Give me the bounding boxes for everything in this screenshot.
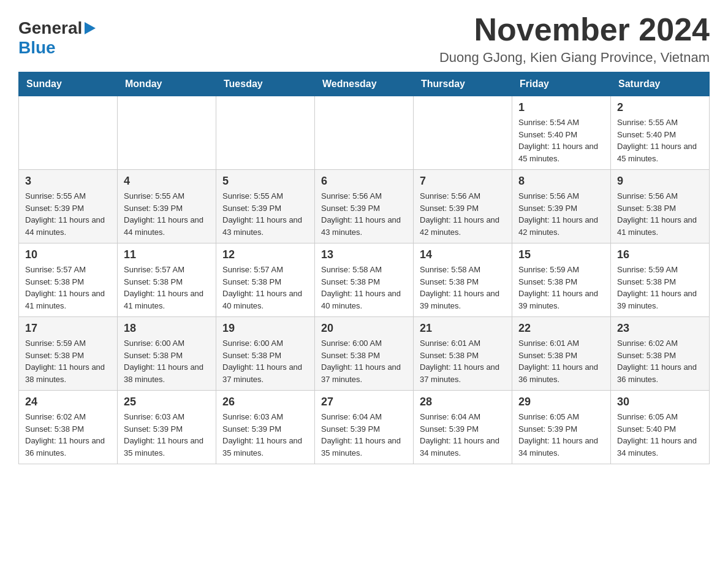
calendar-cell: 19Sunrise: 6:00 AMSunset: 5:38 PMDayligh… bbox=[216, 317, 315, 391]
day-info: Sunrise: 5:56 AMSunset: 5:38 PMDaylight:… bbox=[617, 190, 703, 238]
day-info: Sunrise: 6:00 AMSunset: 5:38 PMDaylight:… bbox=[124, 337, 210, 385]
day-number: 1 bbox=[518, 101, 604, 114]
calendar-cell bbox=[216, 96, 315, 170]
day-number: 5 bbox=[222, 175, 308, 188]
day-info: Sunrise: 5:58 AMSunset: 5:38 PMDaylight:… bbox=[321, 264, 407, 312]
calendar-cell: 3Sunrise: 5:55 AMSunset: 5:39 PMDaylight… bbox=[19, 170, 118, 243]
day-info: Sunrise: 5:57 AMSunset: 5:38 PMDaylight:… bbox=[25, 264, 111, 312]
weekday-header-tuesday: Tuesday bbox=[216, 72, 315, 96]
day-number: 26 bbox=[222, 396, 308, 408]
day-info: Sunrise: 5:59 AMSunset: 5:38 PMDaylight:… bbox=[518, 264, 604, 312]
day-info: Sunrise: 6:03 AMSunset: 5:39 PMDaylight:… bbox=[222, 411, 308, 459]
logo-arrow-icon bbox=[85, 22, 96, 37]
calendar-cell: 6Sunrise: 5:56 AMSunset: 5:39 PMDaylight… bbox=[315, 170, 414, 243]
calendar-cell: 7Sunrise: 5:56 AMSunset: 5:39 PMDaylight… bbox=[414, 170, 512, 243]
day-number: 17 bbox=[25, 322, 111, 335]
calendar-cell: 21Sunrise: 6:01 AMSunset: 5:38 PMDayligh… bbox=[414, 317, 512, 391]
calendar-table: SundayMondayTuesdayWednesdayThursdayFrid… bbox=[18, 72, 710, 464]
day-info: Sunrise: 5:58 AMSunset: 5:38 PMDaylight:… bbox=[420, 264, 506, 312]
day-number: 14 bbox=[420, 248, 506, 261]
day-number: 24 bbox=[25, 396, 111, 408]
calendar-cell: 14Sunrise: 5:58 AMSunset: 5:38 PMDayligh… bbox=[414, 243, 512, 317]
day-number: 8 bbox=[518, 175, 604, 188]
day-info: Sunrise: 5:56 AMSunset: 5:39 PMDaylight:… bbox=[518, 190, 604, 238]
calendar-cell: 10Sunrise: 5:57 AMSunset: 5:38 PMDayligh… bbox=[19, 243, 118, 317]
day-number: 18 bbox=[124, 322, 210, 335]
day-number: 29 bbox=[518, 396, 604, 408]
weekday-header-wednesday: Wednesday bbox=[315, 72, 414, 96]
day-info: Sunrise: 5:57 AMSunset: 5:38 PMDaylight:… bbox=[124, 264, 210, 312]
calendar-cell bbox=[414, 96, 512, 170]
calendar-cell: 13Sunrise: 5:58 AMSunset: 5:38 PMDayligh… bbox=[315, 243, 414, 317]
day-info: Sunrise: 6:02 AMSunset: 5:38 PMDaylight:… bbox=[617, 337, 703, 385]
calendar-week-row: 24Sunrise: 6:02 AMSunset: 5:38 PMDayligh… bbox=[19, 391, 710, 464]
day-info: Sunrise: 5:56 AMSunset: 5:39 PMDaylight:… bbox=[321, 190, 407, 238]
calendar-cell: 22Sunrise: 6:01 AMSunset: 5:38 PMDayligh… bbox=[512, 317, 611, 391]
svg-marker-0 bbox=[85, 22, 96, 34]
month-title: November 2024 bbox=[439, 12, 710, 47]
day-info: Sunrise: 6:01 AMSunset: 5:38 PMDaylight:… bbox=[420, 337, 506, 385]
day-info: Sunrise: 5:55 AMSunset: 5:39 PMDaylight:… bbox=[25, 190, 111, 238]
calendar-cell: 18Sunrise: 6:00 AMSunset: 5:38 PMDayligh… bbox=[118, 317, 216, 391]
calendar-cell: 9Sunrise: 5:56 AMSunset: 5:38 PMDaylight… bbox=[611, 170, 710, 243]
calendar-week-row: 3Sunrise: 5:55 AMSunset: 5:39 PMDaylight… bbox=[19, 170, 710, 243]
day-number: 7 bbox=[420, 175, 506, 188]
day-number: 2 bbox=[617, 101, 703, 114]
calendar-cell: 23Sunrise: 6:02 AMSunset: 5:38 PMDayligh… bbox=[611, 317, 710, 391]
calendar-week-row: 1Sunrise: 5:54 AMSunset: 5:40 PMDaylight… bbox=[19, 96, 710, 170]
calendar-week-row: 10Sunrise: 5:57 AMSunset: 5:38 PMDayligh… bbox=[19, 243, 710, 317]
calendar-cell: 29Sunrise: 6:05 AMSunset: 5:39 PMDayligh… bbox=[512, 391, 611, 464]
calendar-cell: 24Sunrise: 6:02 AMSunset: 5:38 PMDayligh… bbox=[19, 391, 118, 464]
location-title: Duong GJong, Kien Giang Province, Vietna… bbox=[439, 50, 710, 66]
day-info: Sunrise: 6:01 AMSunset: 5:38 PMDaylight:… bbox=[518, 337, 604, 385]
calendar-cell: 12Sunrise: 5:57 AMSunset: 5:38 PMDayligh… bbox=[216, 243, 315, 317]
day-number: 6 bbox=[321, 175, 407, 188]
day-info: Sunrise: 6:02 AMSunset: 5:38 PMDaylight:… bbox=[25, 411, 111, 459]
calendar-cell: 25Sunrise: 6:03 AMSunset: 5:39 PMDayligh… bbox=[118, 391, 216, 464]
day-info: Sunrise: 5:56 AMSunset: 5:39 PMDaylight:… bbox=[420, 190, 506, 238]
day-number: 23 bbox=[617, 322, 703, 335]
day-info: Sunrise: 6:05 AMSunset: 5:39 PMDaylight:… bbox=[518, 411, 604, 459]
day-info: Sunrise: 5:55 AMSunset: 5:39 PMDaylight:… bbox=[222, 190, 308, 238]
day-info: Sunrise: 6:04 AMSunset: 5:39 PMDaylight:… bbox=[321, 411, 407, 459]
day-number: 15 bbox=[518, 248, 604, 261]
day-info: Sunrise: 6:05 AMSunset: 5:40 PMDaylight:… bbox=[617, 411, 703, 459]
weekday-header-thursday: Thursday bbox=[414, 72, 512, 96]
day-number: 25 bbox=[124, 396, 210, 408]
day-info: Sunrise: 6:04 AMSunset: 5:39 PMDaylight:… bbox=[420, 411, 506, 459]
day-number: 27 bbox=[321, 396, 407, 408]
calendar-cell: 16Sunrise: 5:59 AMSunset: 5:38 PMDayligh… bbox=[611, 243, 710, 317]
weekday-header-friday: Friday bbox=[512, 72, 611, 96]
logo-blue-text: Blue bbox=[18, 38, 56, 58]
weekday-header-saturday: Saturday bbox=[611, 72, 710, 96]
weekday-header-sunday: Sunday bbox=[19, 72, 118, 96]
day-info: Sunrise: 5:55 AMSunset: 5:39 PMDaylight:… bbox=[124, 190, 210, 238]
calendar-cell: 15Sunrise: 5:59 AMSunset: 5:38 PMDayligh… bbox=[512, 243, 611, 317]
calendar-cell: 17Sunrise: 5:59 AMSunset: 5:38 PMDayligh… bbox=[19, 317, 118, 391]
day-info: Sunrise: 5:59 AMSunset: 5:38 PMDaylight:… bbox=[617, 264, 703, 312]
weekday-header-monday: Monday bbox=[118, 72, 216, 96]
calendar-cell: 11Sunrise: 5:57 AMSunset: 5:38 PMDayligh… bbox=[118, 243, 216, 317]
day-number: 12 bbox=[222, 248, 308, 261]
calendar-cell bbox=[118, 96, 216, 170]
day-number: 3 bbox=[25, 175, 111, 188]
logo-general-text: General bbox=[18, 18, 82, 38]
day-info: Sunrise: 5:57 AMSunset: 5:38 PMDaylight:… bbox=[222, 264, 308, 312]
calendar-cell: 26Sunrise: 6:03 AMSunset: 5:39 PMDayligh… bbox=[216, 391, 315, 464]
title-section: November 2024 Duong GJong, Kien Giang Pr… bbox=[439, 12, 710, 66]
logo: General Blue bbox=[18, 18, 96, 58]
day-number: 28 bbox=[420, 396, 506, 408]
day-info: Sunrise: 5:55 AMSunset: 5:40 PMDaylight:… bbox=[617, 117, 703, 164]
calendar-cell: 4Sunrise: 5:55 AMSunset: 5:39 PMDaylight… bbox=[118, 170, 216, 243]
day-number: 10 bbox=[25, 248, 111, 261]
day-number: 9 bbox=[617, 175, 703, 188]
day-number: 13 bbox=[321, 248, 407, 261]
day-number: 21 bbox=[420, 322, 506, 335]
calendar-cell bbox=[315, 96, 414, 170]
day-info: Sunrise: 5:54 AMSunset: 5:40 PMDaylight:… bbox=[518, 117, 604, 164]
calendar-cell bbox=[19, 96, 118, 170]
day-number: 20 bbox=[321, 322, 407, 335]
calendar-week-row: 17Sunrise: 5:59 AMSunset: 5:38 PMDayligh… bbox=[19, 317, 710, 391]
calendar-cell: 20Sunrise: 6:00 AMSunset: 5:38 PMDayligh… bbox=[315, 317, 414, 391]
day-info: Sunrise: 6:00 AMSunset: 5:38 PMDaylight:… bbox=[222, 337, 308, 385]
